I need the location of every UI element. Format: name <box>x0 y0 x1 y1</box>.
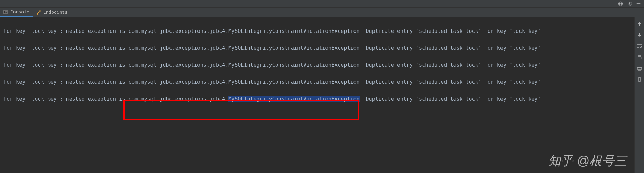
scroll-to-top-icon[interactable] <box>636 21 643 27</box>
gear-icon[interactable] <box>627 1 632 7</box>
print-icon[interactable] <box>636 65 643 71</box>
endpoints-icon <box>36 10 41 15</box>
svg-point-6 <box>39 10 41 12</box>
right-toolbar <box>634 17 644 173</box>
tab-endpoints-label: Endpoints <box>43 10 67 15</box>
log-line: for key 'lock_key'; nested exception is … <box>3 95 631 103</box>
scroll-to-end-icon[interactable] <box>636 54 643 60</box>
log-line: for key 'lock_key'; nested exception is … <box>3 28 631 35</box>
svg-rect-3 <box>637 3 641 4</box>
scroll-to-bottom-icon[interactable] <box>636 32 643 38</box>
console-output[interactable]: for key 'lock_key'; nested exception is … <box>0 17 634 173</box>
console-icon <box>3 10 8 15</box>
svg-rect-4 <box>3 10 8 14</box>
highlighted-exception-class: MySQLIntegrityConstraintViolationExcepti… <box>228 96 359 102</box>
globe-icon[interactable] <box>618 1 623 7</box>
log-line: for key 'lock_key'; nested exception is … <box>3 62 631 69</box>
watermark: 知乎 @根号三 <box>548 153 627 170</box>
annotation-red-box <box>123 100 359 120</box>
soft-wrap-icon[interactable] <box>636 43 643 49</box>
tab-console-label: Console <box>10 9 29 15</box>
tab-endpoints[interactable]: Endpoints <box>33 8 71 17</box>
tab-console[interactable]: Console <box>0 8 33 17</box>
window-top-bar <box>0 0 644 8</box>
tabs-bar: Console Endpoints <box>0 8 644 17</box>
log-line: for key 'lock_key'; nested exception is … <box>3 79 631 86</box>
svg-point-5 <box>37 13 38 15</box>
log-line: for key 'lock_key'; nested exception is … <box>3 45 631 52</box>
content-wrapper: for key 'lock_key'; nested exception is … <box>0 17 644 173</box>
svg-rect-9 <box>638 69 641 70</box>
minimize-icon[interactable] <box>636 1 641 7</box>
trash-icon[interactable] <box>636 76 643 82</box>
